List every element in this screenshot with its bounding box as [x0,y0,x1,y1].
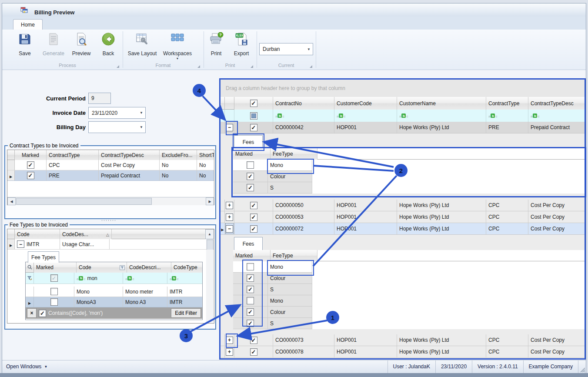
table-row[interactable]: CO0000078 HOP001 Hope Works (Pty) Ltd CP… [220,346,585,358]
table-row-selected[interactable]: MonoA3 Mono A3 IMTR [26,297,202,307]
filter-row[interactable] [220,110,585,122]
column-header[interactable]: ContractType [486,97,528,110]
marked-checkbox[interactable] [247,308,254,316]
column-header[interactable]: CodeDes... [60,229,112,239]
column-header[interactable]: ContractTypeDesc [99,150,160,160]
table-row-selected[interactable]: PRE Prepaid Contract No No [7,170,214,181]
column-header[interactable]: CustomerCode [334,97,397,110]
master-row[interactable]: IMTR Usage Char... [7,239,214,250]
vertical-scrollbar[interactable] [206,250,214,323]
tab-home[interactable]: Home [13,19,43,30]
table-row[interactable]: Colour [233,307,585,318]
column-header[interactable]: ContractTypeDesc [528,97,585,110]
marked-checkbox[interactable] [250,214,257,221]
tab-fee-types[interactable]: Fee Types [28,251,59,263]
search-icon[interactable] [26,262,34,273]
table-row[interactable]: CO0000042 HOP001 Hope Works (Pty) Ltd PR… [220,122,585,133]
tab-fees[interactable]: Fees [234,135,263,149]
save-layout-button[interactable]: Save Layout [125,32,159,61]
select-all-checkbox[interactable] [250,100,257,107]
filter-marked-checkbox[interactable] [50,274,58,282]
collapse-button[interactable] [226,225,233,233]
save-button[interactable]: Save [10,32,40,61]
table-row[interactable]: CO0000050 HOP001 Hope Works (Pty) Ltd CP… [220,200,585,211]
marked-checkbox[interactable] [250,337,257,344]
table-row[interactable]: Colour [233,273,585,284]
marked-checkbox[interactable] [250,225,257,233]
column-header[interactable]: Marked [34,262,77,273]
collapse-button[interactable] [17,240,24,248]
billing-day-field[interactable]: ▼ [88,121,146,133]
generate-button[interactable]: Generate [38,32,69,61]
marked-checkbox[interactable] [247,320,254,327]
table-row-selected[interactable]: CO0000072 HOP001 Hope Works (Pty) Ltd CP… [220,223,585,235]
filter-contractno-input[interactable] [273,110,334,122]
marked-checkbox[interactable] [250,202,257,209]
table-row[interactable]: S [233,284,585,295]
marked-checkbox[interactable] [50,288,58,295]
close-filter-icon[interactable]: × [27,308,37,318]
expand-button[interactable] [226,348,233,356]
column-header[interactable]: Marked [233,250,271,261]
edit-filter-button[interactable]: Edit Filter [171,308,201,318]
column-header[interactable]: CodeDescri... [127,262,171,273]
column-header[interactable]: ExcludeFro... [160,150,197,160]
column-header[interactable]: ContractNo [273,97,334,110]
table-row[interactable]: Mono [233,160,585,171]
column-header[interactable]: Marked [233,148,271,160]
workspaces-button[interactable]: Workspaces ▼ [161,32,194,61]
marked-checkbox[interactable] [247,286,254,293]
table-row[interactable]: S [233,182,585,194]
vertical-scrollbar[interactable] [206,239,214,249]
filter-row[interactable]: mon [26,273,202,284]
filter-desc-input[interactable] [123,273,167,284]
filter-icon[interactable] [120,265,125,270]
tab-fees[interactable]: Fees [234,237,263,250]
column-header[interactable]: FeeType [271,148,317,160]
splitter-handle[interactable] [101,220,117,221]
marked-checkbox[interactable] [247,161,254,169]
filter-type-input[interactable] [167,273,202,284]
marked-checkbox[interactable] [27,161,34,169]
marked-checkbox[interactable] [247,173,254,180]
preview-button[interactable]: Preview [66,32,97,61]
marked-checkbox[interactable] [27,172,34,179]
scroll-thumb[interactable] [16,198,152,205]
column-header[interactable]: CodeType [171,262,202,273]
scroll-left-icon[interactable]: ◀ [7,197,16,205]
marked-checkbox[interactable] [247,263,254,270]
invoice-date-field[interactable]: 23/11/2020 ▼ [88,107,146,119]
table-row[interactable]: Colour [233,171,585,182]
marked-checkbox[interactable] [250,124,257,131]
group-by-panel[interactable]: Drag a column header here to group by th… [220,80,585,97]
filter-checkbox[interactable] [250,112,257,120]
export-button[interactable]: XLSX Export [226,32,257,61]
filter-edit-icon[interactable] [26,273,34,284]
horizontal-scrollbar[interactable]: ◀ ▶ [7,197,214,205]
marked-checkbox[interactable] [247,297,254,304]
scroll-up-icon[interactable]: ▲ [205,229,214,239]
table-row[interactable]: Mono Mono meter IMTR [26,287,202,297]
table-row[interactable]: CO0000053 HOP001 Hope Works (Pty) Ltd CP… [220,211,585,223]
table-row[interactable]: Mono [233,295,585,307]
open-windows-button[interactable]: Open Windows ▼ [6,360,47,373]
table-row[interactable]: CO0000073 HOP001 Hope Works (Pty) Ltd CP… [220,334,585,346]
filter-code-input[interactable]: mon [74,273,123,284]
column-header[interactable]: CustomerName [397,97,486,110]
filter-customercode-input[interactable] [334,110,397,122]
marked-checkbox[interactable] [247,184,254,191]
table-row[interactable]: Mono [233,261,585,273]
column-header[interactable]: Marked [15,150,47,160]
marked-checkbox[interactable] [247,274,254,282]
filter-enabled-checkbox[interactable] [39,310,46,317]
expand-button[interactable] [226,202,233,209]
current-period-field[interactable]: 9 [88,93,111,104]
column-header[interactable]: Code [15,229,60,239]
column-header[interactable]: Code [77,262,127,273]
marked-checkbox[interactable] [250,348,257,356]
expand-button[interactable] [226,214,233,221]
marked-checkbox[interactable] [50,298,58,306]
column-header[interactable]: ShortTerm [197,150,214,160]
collapse-button[interactable] [226,124,233,131]
scroll-right-icon[interactable]: ▶ [206,197,214,205]
